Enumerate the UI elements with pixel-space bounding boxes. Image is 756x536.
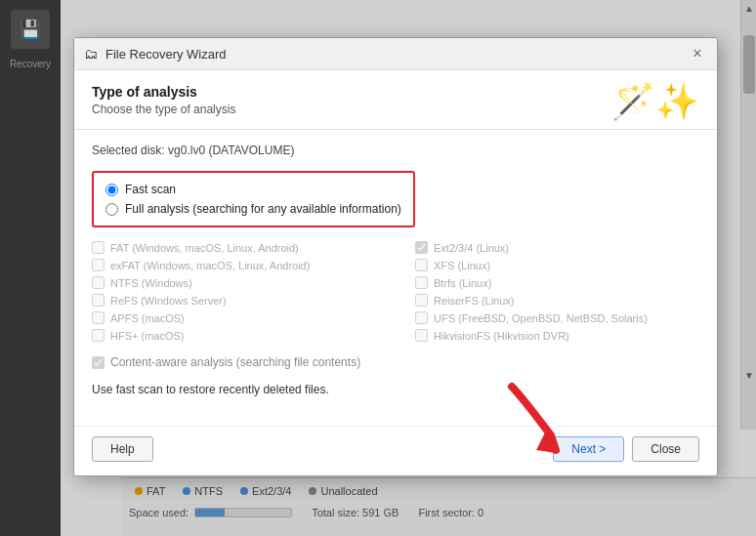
fs-xfs-checkbox[interactable] bbox=[415, 259, 428, 271]
fast-scan-option[interactable]: Fast scan bbox=[105, 183, 401, 196]
dialog-title-left: 🗂 File Recovery Wizard bbox=[84, 46, 227, 62]
fs-reiserfs-label: ReiserFS (Linux) bbox=[434, 295, 515, 307]
fs-exfat[interactable]: exFAT (Windows, macOS, Linux, Android) bbox=[92, 259, 376, 271]
fs-hfsplus-label: HFS+ (macOS) bbox=[110, 330, 184, 342]
fs-hikvision-label: HikvisionFS (Hikvision DVR) bbox=[434, 330, 569, 342]
dialog-title-icon: 🗂 bbox=[84, 46, 98, 62]
content-aware-checkbox[interactable] bbox=[92, 356, 105, 369]
fs-reiserfs[interactable]: ReiserFS (Linux) bbox=[415, 294, 699, 307]
fast-scan-label[interactable]: Fast scan bbox=[125, 183, 176, 196]
fs-refs-checkbox[interactable] bbox=[92, 294, 105, 307]
fs-ntfs-label: NTFS (Windows) bbox=[110, 277, 192, 289]
content-aware-row[interactable]: Content-aware analysis (searching file c… bbox=[92, 355, 699, 369]
fs-ntfs[interactable]: NTFS (Windows) bbox=[92, 276, 376, 289]
fs-ufs[interactable]: UFS (FreeBSD, OpenBSD, NetBSD, Solaris) bbox=[415, 311, 699, 324]
close-button[interactable]: Close bbox=[632, 436, 699, 462]
dialog-body: Selected disk: vg0.lv0 (DATAVOLUME) Fast… bbox=[74, 130, 717, 426]
dialog-footer: Help Next > Close bbox=[74, 426, 717, 475]
fs-apfs[interactable]: APFS (macOS) bbox=[92, 311, 376, 324]
content-aware-label: Content-aware analysis (searching file c… bbox=[110, 355, 360, 369]
wizard-icon: 🪄✨ bbox=[611, 84, 699, 119]
fs-hikvisionfs[interactable]: HikvisionFS (Hikvision DVR) bbox=[415, 329, 699, 342]
fs-ufs-checkbox[interactable] bbox=[415, 311, 428, 324]
file-recovery-wizard-dialog: 🗂 File Recovery Wizard × Type of analysi… bbox=[73, 37, 718, 476]
fs-ext234[interactable]: Ext2/3/4 (Linux) bbox=[415, 241, 699, 254]
fs-refs-label: ReFS (Windows Server) bbox=[110, 295, 227, 307]
dialog-titlebar: 🗂 File Recovery Wizard × bbox=[74, 38, 717, 70]
filesystem-grid: FAT (Windows, macOS, Linux, Android) Ext… bbox=[92, 241, 699, 342]
full-analysis-option[interactable]: Full analysis (searching for any availab… bbox=[105, 202, 401, 216]
fs-refs[interactable]: ReFS (Windows Server) bbox=[92, 294, 376, 307]
selected-disk-label: Selected disk: vg0.lv0 (DATAVOLUME) bbox=[92, 144, 699, 157]
fs-btrfs[interactable]: Btrfs (Linux) bbox=[415, 276, 699, 289]
fs-exfat-label: exFAT (Windows, macOS, Linux, Android) bbox=[110, 260, 310, 271]
fs-fat-checkbox[interactable] bbox=[92, 241, 105, 254]
fs-fat[interactable]: FAT (Windows, macOS, Linux, Android) bbox=[92, 241, 376, 254]
fs-hikvision-checkbox[interactable] bbox=[415, 329, 428, 342]
fs-ext234-label: Ext2/3/4 (Linux) bbox=[434, 242, 509, 254]
dialog-close-button[interactable]: × bbox=[688, 44, 707, 63]
dialog-section-subtitle: Choose the type of analysis bbox=[92, 103, 235, 116]
dialog-header-text: Type of analysis Choose the type of anal… bbox=[92, 84, 235, 116]
dialog-section-title: Type of analysis bbox=[92, 84, 235, 100]
fast-scan-radio[interactable] bbox=[105, 184, 118, 196]
fast-scan-note: Use fast scan to restore recently delete… bbox=[92, 383, 699, 396]
dialog-header: Type of analysis Choose the type of anal… bbox=[74, 70, 717, 130]
fs-apfs-checkbox[interactable] bbox=[92, 311, 105, 324]
dialog-title-text: File Recovery Wizard bbox=[105, 47, 227, 62]
fs-fat-label: FAT (Windows, macOS, Linux, Android) bbox=[110, 242, 299, 254]
fs-ufs-label: UFS (FreeBSD, OpenBSD, NetBSD, Solaris) bbox=[434, 312, 648, 324]
fs-hfsplus[interactable]: HFS+ (macOS) bbox=[92, 329, 376, 342]
fs-ntfs-checkbox[interactable] bbox=[92, 276, 105, 289]
fs-reiserfs-checkbox[interactable] bbox=[415, 294, 428, 307]
fs-ext234-checkbox[interactable] bbox=[415, 241, 428, 254]
next-button[interactable]: Next > bbox=[553, 436, 624, 462]
full-analysis-radio[interactable] bbox=[105, 203, 118, 216]
analysis-type-radio-group: Fast scan Full analysis (searching for a… bbox=[92, 171, 415, 227]
help-button[interactable]: Help bbox=[92, 436, 153, 462]
fs-apfs-label: APFS (macOS) bbox=[110, 312, 185, 324]
full-analysis-label[interactable]: Full analysis (searching for any availab… bbox=[125, 202, 401, 216]
fs-btrfs-label: Btrfs (Linux) bbox=[434, 277, 491, 289]
fs-xfs[interactable]: XFS (Linux) bbox=[415, 259, 699, 271]
fs-exfat-checkbox[interactable] bbox=[92, 259, 105, 271]
footer-right-buttons: Next > Close bbox=[553, 436, 699, 462]
fs-xfs-label: XFS (Linux) bbox=[434, 260, 490, 271]
fs-btrfs-checkbox[interactable] bbox=[415, 276, 428, 289]
fs-hfsplus-checkbox[interactable] bbox=[92, 329, 105, 342]
